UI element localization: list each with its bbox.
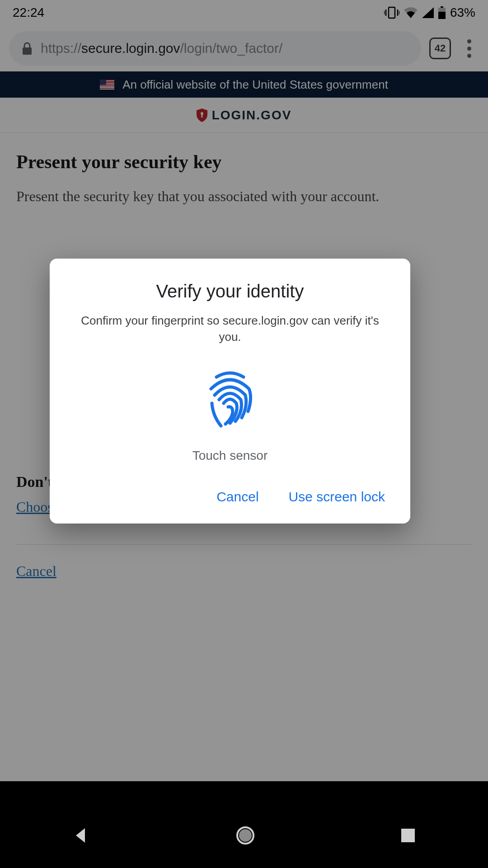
dialog-cancel-button[interactable]: Cancel bbox=[216, 489, 258, 505]
back-button[interactable] bbox=[72, 826, 90, 844]
android-nav-bar bbox=[0, 803, 488, 868]
recent-button[interactable] bbox=[400, 828, 416, 843]
svg-point-12 bbox=[239, 829, 252, 842]
svg-rect-13 bbox=[401, 829, 415, 842]
use-screen-lock-button[interactable]: Use screen lock bbox=[289, 489, 385, 505]
dialog-title: Verify your identity bbox=[72, 281, 388, 302]
home-button[interactable] bbox=[235, 826, 255, 845]
fingerprint-dialog: Verify your identity Confirm your finger… bbox=[50, 259, 410, 524]
sensor-label: Touch sensor bbox=[72, 448, 388, 463]
dialog-subtitle: Confirm your fingerprint so secure.login… bbox=[72, 312, 388, 345]
fingerprint-icon bbox=[203, 371, 257, 429]
